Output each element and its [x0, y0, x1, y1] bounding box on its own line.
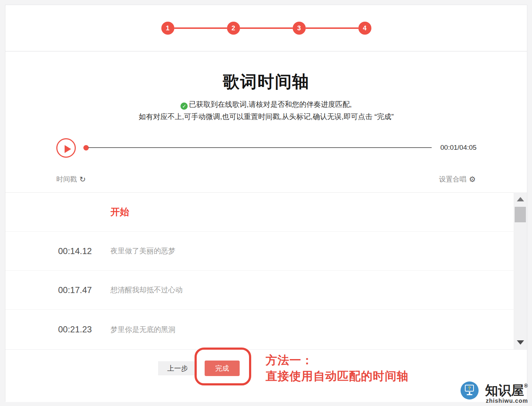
- lyric-text: 想清醒我却抵不过心动: [110, 285, 183, 295]
- player: 00:01/04:05: [5, 138, 527, 158]
- chorus-settings-control[interactable]: 设置合唱 ⚙: [439, 175, 476, 184]
- watermark-brand: 知识屋®: [485, 382, 528, 400]
- annotation-text: 方法一： 直接使用自动匹配的时间轴: [266, 352, 409, 384]
- chorus-label: 设置合唱: [439, 175, 466, 184]
- gear-icon[interactable]: ⚙: [469, 175, 476, 184]
- lyric-row-3[interactable]: 00:21.23 梦里你是无底的黑洞: [5, 310, 514, 349]
- scroll-down-arrow[interactable]: [517, 340, 524, 345]
- scroll-up-arrow[interactable]: [517, 197, 524, 201]
- step-2[interactable]: 2: [227, 22, 240, 35]
- scrollbar-thumb[interactable]: [515, 207, 526, 222]
- lyric-text: 夜里做了美丽的恶梦: [110, 246, 175, 256]
- description-line-1: ✓已获取到在线歌词,请核对是否和您的伴奏进度匹配,: [5, 98, 527, 110]
- time-display: 00:01/04:05: [440, 144, 476, 152]
- lyric-timestamp[interactable]: 00:17.47: [58, 285, 92, 295]
- step-4[interactable]: 4: [358, 22, 371, 35]
- step-connector-1: [174, 27, 227, 29]
- lyrics-list: 开始 00:14.12 夜里做了美丽的恶梦 00:17.47 想清醒我却抵不过心…: [5, 192, 514, 349]
- play-icon: [65, 145, 71, 153]
- description-line-2: 如有对应不上,可手动微调,也可以重置时间戳,从头标记,确认无误,即可点击 “完成…: [5, 110, 527, 123]
- lyric-timestamp[interactable]: 00:14.12: [58, 246, 92, 256]
- lyric-row-2[interactable]: 00:17.47 想清醒我却抵不过心动: [5, 271, 514, 310]
- timestamp-reset-control[interactable]: 时间戳 ↻: [56, 175, 86, 184]
- stepper: 1 2 3 4: [5, 5, 527, 52]
- page-title: 歌词时间轴: [5, 71, 527, 92]
- reset-icon[interactable]: ↻: [79, 175, 86, 184]
- annotation-line-1: 方法一：: [266, 352, 409, 368]
- timestamp-label: 时间戳: [56, 175, 77, 184]
- question-mark-icon: ?: [466, 385, 473, 391]
- lyric-row-1[interactable]: 00:14.12 夜里做了美丽的恶梦: [5, 232, 514, 271]
- step-connector-3: [306, 27, 358, 29]
- play-button[interactable]: [56, 138, 76, 158]
- start-column-label: 开始: [110, 206, 129, 218]
- description: ✓已获取到在线歌词,请核对是否和您的伴奏进度匹配, 如有对应不上,可手动微调,也…: [5, 98, 527, 123]
- previous-step-button[interactable]: 上一步: [158, 361, 197, 375]
- step-3[interactable]: 3: [293, 22, 306, 35]
- done-button[interactable]: 完成: [205, 361, 240, 376]
- lyric-timestamp[interactable]: 00:21.23: [58, 324, 92, 335]
- controls-row: 时间戳 ↻ 设置合唱 ⚙: [5, 175, 527, 185]
- step-1[interactable]: 1: [161, 22, 174, 35]
- step-connector-2: [240, 27, 293, 29]
- watermark-logo: ? 知识屋® zhishiwu.com: [456, 378, 532, 406]
- description-line-1-text: 已获取到在线歌词,请核对是否和您的伴奏进度匹配,: [189, 100, 352, 108]
- annotation-line-2: 直接使用自动匹配的时间轴: [266, 368, 409, 384]
- lyrics-header-row: 开始: [5, 193, 514, 232]
- main-card: 1 2 3 4 歌词时间轴 ✓已获取到在线歌词,请核对是否和您的伴奏进度匹配, …: [5, 5, 527, 402]
- registered-mark: ®: [524, 383, 528, 389]
- watermark-domain: zhishiwu.com: [486, 398, 528, 404]
- check-circle-icon: ✓: [180, 102, 188, 110]
- list-scrollbar[interactable]: [514, 192, 527, 349]
- progress-track[interactable]: [88, 147, 432, 148]
- monitor-icon: ?: [461, 381, 479, 400]
- lyric-text: 梦里你是无底的黑洞: [110, 325, 175, 335]
